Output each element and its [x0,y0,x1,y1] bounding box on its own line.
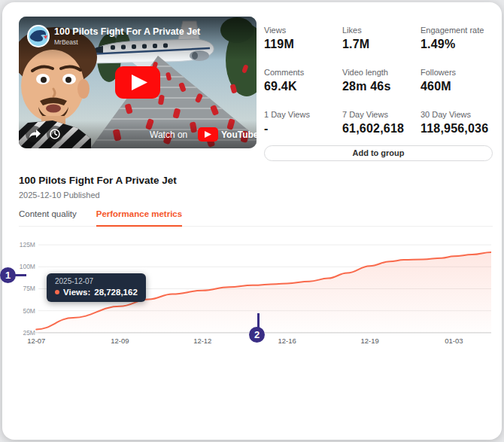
svg-text:12-07: 12-07 [27,337,45,345]
stat-label: 30 Day Views [421,110,493,119]
stat-value: 61,602,618 [342,122,414,136]
player-video-title: 100 Pilots Fight For A Private Jet [54,26,201,37]
stat-7-day-views: 7 Day Views 61,602,618 [342,110,414,136]
stats-grid: Views 119MLikes 1.7MEngagement rate 1.49… [264,26,493,136]
watch-on-label: Watch on [150,130,187,140]
stat-comments: Comments 69.4K [264,68,336,93]
svg-text:12-12: 12-12 [193,337,211,345]
tab-content-quality[interactable]: Content quality [19,209,77,226]
stat-label: 7 Day Views [342,110,414,119]
top-row: 100 Pilots Fight For A Private Jet MrBea… [19,17,493,161]
stat-followers: Followers 460M [421,68,493,93]
tab-performance-metrics[interactable]: Performance metrics [96,209,182,227]
youtube-wordmark: YouTube [221,130,257,140]
add-to-group-button[interactable]: Add to group [264,145,493,161]
stat-label: Followers [421,68,493,77]
svg-text:100M: 100M [20,263,35,270]
watch-on-youtube-link[interactable]: Watch on YouTube [150,127,257,142]
stat-value: - [264,122,336,136]
video-thumbnail: 100 Pilots Fight For A Private Jet MrBea… [19,17,257,148]
svg-text:50M: 50M [23,307,35,315]
stat-value: 460M [421,80,493,93]
video-info: 100 Pilots Fight For A Private Jet 2025-… [19,175,493,200]
stat-engagement-rate: Engagement rate 1.49% [421,26,493,51]
stat-30-day-views: 30 Day Views 118,956,036 [421,110,493,136]
stat-value: 118,956,036 [421,122,493,136]
stat-label: Views [264,26,336,35]
share-icon[interactable] [26,126,42,142]
stat-label: Engagement rate [421,26,493,35]
stat-1-day-views: 1 Day Views - [264,110,336,136]
svg-text:01-03: 01-03 [445,337,463,345]
stat-value: 69.4K [264,80,336,93]
stat-label: 1 Day Views [264,110,336,119]
channel-avatar[interactable] [27,25,50,47]
youtube-logo-icon [198,127,218,142]
svg-text:125M: 125M [20,241,35,248]
stat-label: Comments [264,68,336,77]
stat-value: 28m 46s [342,80,414,93]
svg-text:12-19: 12-19 [361,337,379,345]
youtube-player-embed[interactable]: 100 Pilots Fight For A Private Jet MrBea… [19,17,257,148]
stats-panel: Views 119MLikes 1.7MEngagement rate 1.49… [264,17,493,161]
stat-value: 1.49% [421,38,493,51]
stat-label: Video length [342,68,414,77]
annotation-marker-2-connector [257,313,260,328]
stat-video-length: Video length 28m 46s [342,68,414,93]
svg-text:75M: 75M [23,285,35,293]
video-title: 100 Pilots Fight For A Private Jet [19,175,493,186]
annotation-marker-2: 2 [249,327,265,343]
video-published-date: 2025-12-10 Published [19,191,493,200]
annotation-marker-1: 1 [0,267,16,283]
stat-value: 1.7M [342,38,414,51]
player-channel-name[interactable]: MrBeast [54,38,78,46]
svg-text:12-16: 12-16 [278,337,296,345]
stat-value: 119M [264,38,336,51]
stat-likes: Likes 1.7M [342,26,414,51]
video-details-modal: 100 Pilots Fight For A Private Jet MrBea… [2,2,502,440]
svg-text:12-09: 12-09 [111,337,129,345]
annotation-marker-1-connector [14,274,26,276]
stat-views: Views 119M [264,26,336,51]
youtube-play-button[interactable] [115,66,160,99]
stat-label: Likes [342,26,414,35]
watch-later-icon[interactable] [47,126,63,142]
tab-bar: Content qualityPerformance metrics [19,209,493,227]
